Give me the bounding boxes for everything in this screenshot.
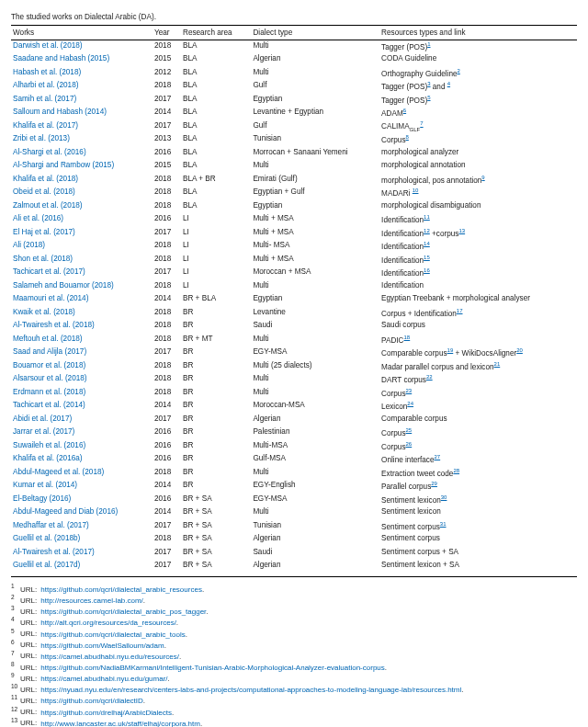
footnote-ref[interactable]: 14 xyxy=(424,241,430,246)
footnote-url-link[interactable]: http://www.lancaster.ac.uk/staff/elhaj/c… xyxy=(40,719,200,727)
work-citation-link[interactable]: Al-Twairesh et al. (2018) xyxy=(13,321,95,330)
work-citation-link[interactable]: Bouamor et al. (2018) xyxy=(13,361,85,370)
work-citation-link[interactable]: Erdmann et al. (2018) xyxy=(13,388,85,397)
footnote-ref[interactable]: 28 xyxy=(453,468,459,473)
resources-cell: DART corpus22 xyxy=(379,374,577,388)
footnote-ref[interactable]: 10 xyxy=(413,187,419,193)
work-citation-link[interactable]: Al-Shargi and Rambow (2015) xyxy=(13,161,114,170)
work-citation-link[interactable]: Meftouh et al. (2018) xyxy=(13,335,83,344)
work-citation-link[interactable]: Darwish et al. (2018) xyxy=(13,41,83,51)
work-citation-link[interactable]: Abidi et al. (2017) xyxy=(13,415,72,424)
footnote-ref[interactable]: 6 xyxy=(403,108,406,113)
work-citation-link[interactable]: Obeid et al. (2018) xyxy=(13,187,75,197)
work-citation-link[interactable]: Kwaik et al. (2018) xyxy=(13,308,75,317)
footnote-url-link[interactable]: http://alt.qcri.org/resources/da_resourc… xyxy=(40,619,176,627)
footnote-ref[interactable]: 9 xyxy=(481,175,484,180)
footnote-ref[interactable]: 4 xyxy=(447,81,450,86)
work-citation-link[interactable]: Habash et al. (2018) xyxy=(13,68,81,77)
work-citation-link[interactable]: Kumar et al. (2014) xyxy=(13,481,77,490)
work-citation-link[interactable]: Medhaffar et al. (2017) xyxy=(13,521,89,530)
work-citation-link[interactable]: Guellil et al. (2018b) xyxy=(13,534,80,543)
work-citation-link[interactable]: Guellil et al. (2017d) xyxy=(13,561,80,570)
cell: Levantine xyxy=(251,307,379,321)
cell: Multi-MSA xyxy=(251,440,379,454)
work-citation-link[interactable]: Shon et al. (2018) xyxy=(13,255,73,264)
work-citation-link[interactable]: Tachicart et al. (2017) xyxy=(13,267,85,277)
footnote-ref[interactable]: 2 xyxy=(458,68,460,74)
work-citation-link[interactable]: Alsarsour et al. (2018) xyxy=(13,374,87,383)
cell: BR xyxy=(181,467,251,481)
footnote-url-link[interactable]: https://nyuad.nyu.edu/en/research/center… xyxy=(40,686,461,694)
footnote-number: 1 xyxy=(11,583,20,589)
footnote-url-link[interactable]: https://github.com/NadiaBMKarmani/Intell… xyxy=(40,664,385,672)
footnote-ref[interactable]: 7 xyxy=(420,121,423,127)
cell: 2018 xyxy=(153,174,181,187)
cell: BR xyxy=(181,360,251,374)
work-citation-link[interactable]: Maamouri et al. (2014) xyxy=(13,294,88,303)
cell: 2018 xyxy=(153,374,181,388)
work-citation-link[interactable]: Tachicart et al. (2014) xyxy=(13,401,85,410)
footnote-ref[interactable]: 3 xyxy=(427,81,430,86)
resources-cell: Tagger (POS)1 xyxy=(379,40,577,54)
work-citation-link[interactable]: Ali (2018) xyxy=(13,241,45,250)
work-citation-link[interactable]: Suwaileh et al. (2016) xyxy=(13,441,85,450)
work-citation-link[interactable]: Al-Twairesh et al. (2017) xyxy=(13,548,95,557)
work-citation-link[interactable]: Salloum and Habash (2014) xyxy=(13,108,107,117)
footnotes: 1URL:https://github.com/qcri/dialectal_a… xyxy=(11,583,577,727)
work-citation-link[interactable]: Abdul-Mageed and Diab (2016) xyxy=(13,507,118,517)
footnote-url-link[interactable]: https://github.com/drelhaj/ArabicDialect… xyxy=(40,708,172,716)
footnote-ref[interactable]: 17 xyxy=(457,308,463,313)
work-citation-link[interactable]: Samih et al. (2017) xyxy=(13,95,76,104)
footnote-url-link[interactable]: https://camel.abudhabi.nyu.edu/gumar/ xyxy=(40,675,167,683)
cell: Multi- MSA xyxy=(251,241,379,255)
work-citation-link[interactable]: Al-Shargi et al. (2016) xyxy=(13,148,86,157)
work-citation-link[interactable]: El-Beltagy (2016) xyxy=(13,494,71,504)
work-citation-link[interactable]: Alharbi et al. (2018) xyxy=(13,81,78,90)
footnote-ref[interactable]: 26 xyxy=(406,441,413,447)
work-citation-link[interactable]: Jarrar et al. (2017) xyxy=(13,427,74,437)
resources-cell: Sentiment corpus xyxy=(379,534,577,548)
footnote-ref[interactable]: 13 xyxy=(458,228,465,233)
footnote-ref[interactable]: 31 xyxy=(440,521,447,527)
footnote-ref[interactable]: 22 xyxy=(426,374,433,380)
footnote-url-link[interactable]: https://github.com/qcri/dialectal_arabic… xyxy=(40,630,185,638)
work-citation-link[interactable]: Ali et al. (2016) xyxy=(13,214,63,223)
footnote-ref[interactable]: 25 xyxy=(406,427,413,433)
footnote-ref[interactable]: 11 xyxy=(424,214,430,220)
work-citation-link[interactable]: Saad and Alijla (2017) xyxy=(13,347,86,357)
footnote-url-link[interactable]: https://github.com/qcri/dialectID xyxy=(40,697,143,705)
footnote-url-link[interactable]: https://github.com/WaelSalloum/adam xyxy=(40,641,164,649)
work-citation-link[interactable]: Khalifa et al. (2018) xyxy=(13,175,78,184)
cell: BLA xyxy=(181,54,251,68)
footnote-ref[interactable]: 18 xyxy=(404,335,411,340)
footnote-ref[interactable]: 1 xyxy=(427,41,430,47)
footnote-ref[interactable]: 15 xyxy=(424,255,430,260)
footnote-url-link[interactable]: https://github.com/qcri/dialectal_arabic… xyxy=(40,585,202,594)
work-citation-link[interactable]: Salameh and Bouamor (2018) xyxy=(13,281,114,290)
footnote-ref[interactable]: 16 xyxy=(424,267,430,273)
work-citation-link[interactable]: Zalmout et al. (2018) xyxy=(13,201,83,210)
footnote-ref[interactable]: 8 xyxy=(406,134,409,140)
footnote-ref[interactable]: 21 xyxy=(494,361,501,367)
footnote-url-link[interactable]: http://resources.camel-lab.com/ xyxy=(40,596,143,605)
footnote-ref[interactable]: 19 xyxy=(447,347,454,353)
footnote-ref[interactable]: 20 xyxy=(516,347,523,353)
footnote-ref[interactable]: 30 xyxy=(441,494,447,500)
footnote-ref[interactable]: 12 xyxy=(424,228,430,233)
footnote-ref[interactable]: 29 xyxy=(431,481,437,486)
work-citation-link[interactable]: Abdul-Mageed et al. (2018) xyxy=(13,468,104,477)
cell: LI xyxy=(181,267,251,281)
footnote-ref[interactable]: 24 xyxy=(407,401,413,406)
work-citation-link[interactable]: Saadane and Habash (2015) xyxy=(13,54,109,63)
footnote-ref[interactable]: 23 xyxy=(406,388,413,393)
work-citation-link[interactable]: El Haj et al. (2017) xyxy=(13,228,75,237)
cell: Algerian xyxy=(251,414,379,427)
footnote-ref[interactable]: 27 xyxy=(434,454,440,460)
cell: Multi xyxy=(251,334,379,347)
footnote-url-link[interactable]: https://camel.abudhabi.nyu.edu/resources… xyxy=(40,652,179,660)
footnote-ref[interactable]: 5 xyxy=(427,95,430,100)
work-citation-link[interactable]: Khalifa et al. (2017) xyxy=(13,121,78,131)
work-citation-link[interactable]: Khalifa et al. (2016a) xyxy=(13,454,83,463)
work-citation-link[interactable]: Zribi et al. (2013) xyxy=(13,134,70,143)
footnote-url-link[interactable]: https://github.com/qcri/dialectal_arabic… xyxy=(40,608,206,616)
